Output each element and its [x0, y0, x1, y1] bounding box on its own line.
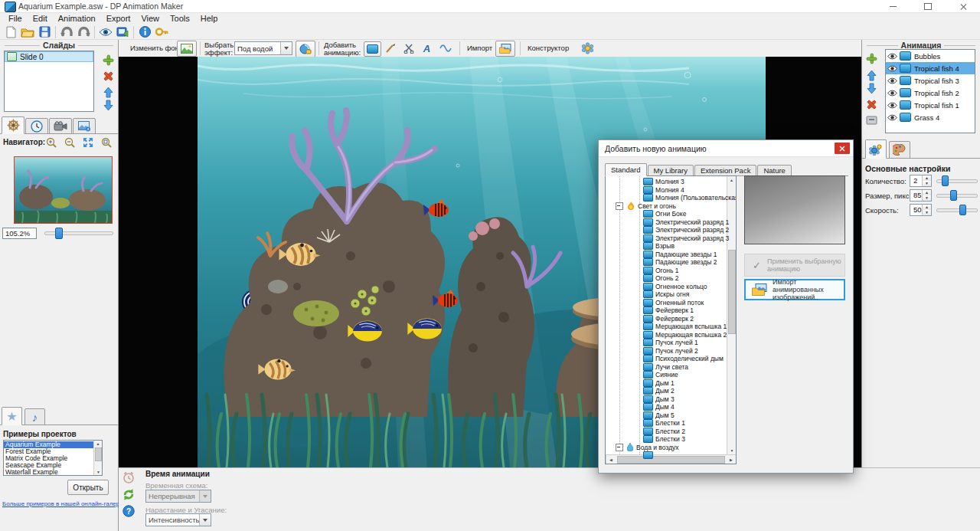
- tree-item[interactable]: Сияние: [606, 371, 727, 379]
- spinner-arrows[interactable]: ▲▼: [922, 175, 931, 186]
- move-slide-up-button[interactable]: [102, 86, 115, 99]
- save-button[interactable]: [36, 25, 53, 39]
- add-slide-button[interactable]: [102, 54, 115, 67]
- eye-toggle[interactable]: [887, 102, 897, 109]
- brush-animation-button[interactable]: [382, 41, 398, 55]
- eye-icon[interactable]: [887, 102, 897, 109]
- add-animation-button[interactable]: [865, 52, 878, 65]
- zoom-in-button[interactable]: [44, 136, 57, 149]
- eye-toggle[interactable]: [887, 53, 897, 60]
- tree-item[interactable]: [606, 451, 727, 460]
- setting-spinner[interactable]: 85▲▼: [910, 189, 932, 202]
- add-image-animation-button[interactable]: [364, 41, 381, 57]
- menu-edit[interactable]: Edit: [28, 13, 53, 25]
- export-video-button[interactable]: [114, 25, 131, 39]
- tree-item[interactable]: Пучок лучей 1: [606, 339, 727, 347]
- scroll-up-arrow[interactable]: ▲: [94, 441, 102, 447]
- tree-item[interactable]: Блестки 2: [606, 428, 727, 436]
- license-key-button[interactable]: [153, 25, 170, 39]
- change-background-button[interactable]: [177, 41, 197, 57]
- tree-item[interactable]: Взрыв: [606, 242, 727, 251]
- eye-icon[interactable]: [887, 90, 897, 97]
- eye-toggle[interactable]: [887, 65, 897, 72]
- tree-item[interactable]: Дым 1: [606, 379, 727, 388]
- constructor-button[interactable]: [578, 41, 596, 55]
- tree-item[interactable]: Электрический разряд 2: [606, 226, 727, 234]
- navigator-zoom-slider-handle[interactable]: [55, 228, 63, 239]
- tree-item[interactable]: Пучок лучей 2: [606, 347, 727, 356]
- tree-item[interactable]: Дым 4: [606, 403, 727, 411]
- effect-settings-button[interactable]: [296, 41, 315, 57]
- zoom-out-button[interactable]: [63, 136, 76, 149]
- eye-icon[interactable]: [887, 53, 897, 60]
- animation-list[interactable]: BubblesTropical fish 4Tropical fish 3Tro…: [885, 49, 975, 133]
- tree-item[interactable]: Психоделический дым: [606, 355, 727, 363]
- tree-category[interactable]: Свет и огонь: [606, 202, 727, 211]
- effect-dropdown-arrow[interactable]: [280, 42, 292, 54]
- eye-toggle[interactable]: [887, 114, 897, 121]
- tab-slide-settings[interactable]: [2, 116, 24, 134]
- example-item[interactable]: Waterfall Example: [4, 468, 94, 475]
- tab-animation-settings[interactable]: [865, 139, 887, 159]
- delete-animation-button[interactable]: [865, 98, 878, 111]
- menu-export[interactable]: Export: [101, 13, 136, 25]
- tree-item[interactable]: Мерцающая вспышка 2: [606, 331, 727, 339]
- slide-item[interactable]: Slide 0: [5, 51, 93, 62]
- tree-item[interactable]: Блестки 3: [606, 435, 727, 444]
- spinner-arrows[interactable]: ▲▼: [922, 205, 931, 215]
- setting-slider-handle[interactable]: [950, 190, 957, 201]
- setting-slider[interactable]: [936, 208, 978, 212]
- setting-spinner[interactable]: 2▲▼: [910, 175, 932, 187]
- info-button[interactable]: [136, 25, 153, 39]
- tree-item[interactable]: Молния 3: [606, 178, 727, 186]
- animation-item[interactable]: Tropical fish 4: [886, 62, 975, 74]
- open-example-button[interactable]: Открыть: [67, 480, 109, 495]
- tree-item[interactable]: Электрический разряд 3: [606, 234, 727, 243]
- import-button[interactable]: [495, 41, 515, 57]
- tree-item[interactable]: Блестки 1: [606, 419, 727, 428]
- tree-vscroll-thumb[interactable]: [728, 250, 736, 334]
- setting-slider[interactable]: [936, 194, 978, 198]
- tree-item[interactable]: Искры огня: [606, 290, 727, 299]
- wave-animation-button[interactable]: [437, 41, 453, 55]
- tree-item[interactable]: Огонь 2: [606, 274, 727, 283]
- tree-item[interactable]: Огни Боке: [606, 210, 727, 218]
- tab-music[interactable]: ♪: [24, 408, 45, 425]
- spinner-up[interactable]: ▲: [923, 205, 931, 210]
- animation-tree[interactable]: Молния 3Молния 4Молния (Пользовательская…: [605, 175, 737, 464]
- navigator-thumbnail[interactable]: [14, 156, 113, 224]
- move-animation-up-button[interactable]: [865, 69, 878, 82]
- tree-category[interactable]: Вода и воздух: [606, 444, 727, 452]
- import-animated-images-button[interactable]: Импорт анимированных изображений..: [744, 279, 845, 300]
- archive-animation-button[interactable]: [865, 113, 878, 126]
- tree-item[interactable]: Дым 3: [606, 395, 727, 404]
- delete-slide-button[interactable]: [102, 70, 115, 83]
- tree-item[interactable]: Дым 5: [606, 411, 727, 420]
- scrollbar-thumb[interactable]: [95, 447, 102, 461]
- animation-item[interactable]: Tropical fish 3: [886, 74, 975, 87]
- tab-example-projects[interactable]: ★: [2, 407, 22, 425]
- tree-item[interactable]: Фейерверк 2: [606, 315, 727, 323]
- examples-scrollbar[interactable]: ▲ ▼: [93, 441, 102, 475]
- open-file-button[interactable]: [19, 25, 36, 39]
- dialog-tab-my-library[interactable]: My Library: [648, 165, 694, 176]
- tab-slide-image[interactable]: [73, 118, 96, 134]
- help-button[interactable]: ?: [122, 504, 135, 517]
- move-slide-down-button[interactable]: [102, 99, 115, 112]
- tab-animation-colors[interactable]: [889, 141, 910, 159]
- close-button[interactable]: [948, 0, 978, 12]
- fade-select[interactable]: Интенсивность: [145, 513, 211, 526]
- minimize-button[interactable]: [877, 0, 908, 12]
- eye-toggle[interactable]: [887, 90, 897, 97]
- animation-item[interactable]: Tropical fish 1: [886, 99, 975, 111]
- tree-item[interactable]: Мерцающая вспышка 1: [606, 323, 727, 331]
- tree-item[interactable]: Молния (Пользовательская): [606, 194, 727, 202]
- tab-slide-video[interactable]: [49, 118, 72, 134]
- loop-button[interactable]: [122, 487, 135, 500]
- undo-button[interactable]: [58, 25, 75, 39]
- dialog-tab-extension-pack[interactable]: Extension Pack: [694, 165, 756, 176]
- tree-item[interactable]: Огненный поток: [606, 299, 727, 307]
- scissors-animation-button[interactable]: [400, 41, 416, 55]
- menu-help[interactable]: Help: [195, 13, 224, 25]
- maximize-button[interactable]: [913, 0, 943, 12]
